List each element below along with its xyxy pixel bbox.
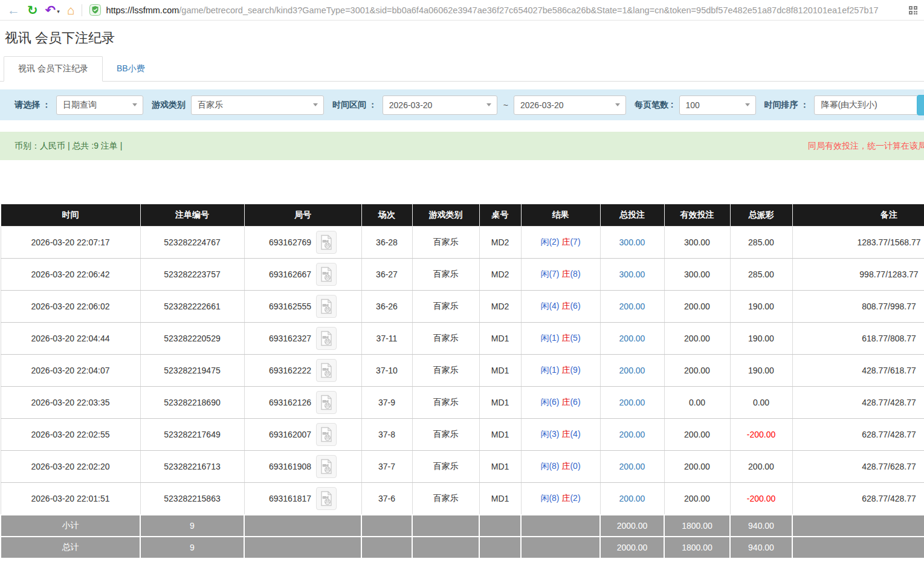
game-type-cell: 百家乐 (412, 259, 479, 291)
total-bet-link[interactable]: 200.00 (619, 430, 645, 439)
video-replay-button[interactable] (316, 455, 337, 478)
tab-bet-records[interactable]: 视讯 会员下注纪录 (4, 56, 103, 82)
game-type-cell: 百家乐 (412, 483, 479, 515)
date-from-select[interactable]: 2026-03-20 (383, 95, 497, 115)
column-header: 备注 (792, 204, 924, 227)
undo-icon: ↶ (45, 4, 56, 16)
search-button[interactable]: 查询 (917, 95, 924, 115)
address-bar[interactable]: https://lssfmm.com/game/betrecord_search… (89, 4, 918, 16)
total-bet-link[interactable]: 200.00 (619, 366, 645, 375)
summary-bar: 币别：人民币 | 总共 :9 注单 | 同局有效投注，统一计算在该局 (0, 132, 924, 160)
game-type-cell: 百家乐 (412, 419, 479, 451)
video-replay-button[interactable] (316, 359, 337, 382)
result-banker-num: (4) (570, 429, 580, 439)
chevron-down-icon (486, 103, 491, 106)
per-page-label: 每页笔数 : (635, 100, 674, 111)
table-no-cell: MD2 (479, 259, 521, 291)
time-cell: 2026-03-20 22:01:51 (1, 483, 140, 515)
toolbar-divider (82, 4, 82, 16)
bet-row: 2026-03-20 22:03:35523282218690693162126… (1, 387, 924, 419)
time-cell: 2026-03-20 22:04:44 (1, 323, 140, 355)
payout-cell: -200.00 (730, 419, 792, 451)
valid-bet-cell: 200.00 (664, 355, 730, 387)
remark-cell: 628.77/428.77 (792, 419, 924, 451)
date-to-select[interactable]: 2026-03-20 (514, 95, 626, 115)
bet-no-cell: 523282216713 (140, 451, 244, 483)
qr-code-icon[interactable] (908, 5, 918, 15)
round-no-wrap: 693162126 (245, 391, 361, 414)
session-cell: 37-9 (361, 387, 412, 419)
valid-bet-cell: 200.00 (664, 419, 730, 451)
remark-cell: 428.77/628.77 (792, 451, 924, 483)
url-domain: https://lssfmm.com (106, 5, 179, 15)
total-bet-link[interactable]: 200.00 (619, 398, 645, 407)
table-no-cell: MD1 (479, 419, 521, 451)
home-icon[interactable]: ⌂ (67, 4, 75, 16)
sort-order-select[interactable]: 降幂(由大到小) (814, 95, 924, 115)
total-bet-cell: 200.00 (600, 451, 664, 483)
video-replay-button[interactable] (316, 327, 337, 350)
video-replay-icon (320, 395, 332, 410)
footer-empty-cell (244, 515, 361, 537)
chevron-down-icon (745, 103, 750, 106)
result-banker-label: 庄 (561, 397, 570, 407)
result-banker-num: (6) (570, 301, 580, 311)
bet-table-footer: 小计92000.001800.00940.00总计92000.001800.00… (1, 515, 924, 558)
video-replay-icon (320, 427, 332, 442)
video-replay-button[interactable] (316, 231, 337, 254)
undo-button[interactable]: ↶ ▾ (45, 4, 60, 16)
video-replay-button[interactable] (316, 391, 337, 414)
session-cell: 37-8 (361, 419, 412, 451)
tab-bb-tips[interactable]: BB小费 (103, 57, 159, 81)
total-bet-link[interactable]: 300.00 (619, 270, 645, 279)
result-cell: 闲(8) 庄(0) (521, 451, 600, 483)
total-bet-link[interactable]: 200.00 (619, 462, 645, 471)
bet-row: 2026-03-20 22:02:55523282217649693162007… (1, 419, 924, 451)
footer-empty-cell (361, 537, 412, 558)
video-replay-button[interactable] (316, 487, 337, 510)
footer-total-bet-cell: 2000.00 (600, 515, 664, 537)
result-banker-label: 庄 (561, 429, 570, 439)
round-no: 693161817 (269, 494, 311, 503)
video-replay-icon (320, 459, 332, 474)
video-replay-icon (320, 299, 332, 314)
video-replay-button[interactable] (316, 263, 337, 286)
total-bet-cell: 300.00 (600, 259, 664, 291)
bet-no-cell: 523282223757 (140, 259, 244, 291)
bet-no-cell: 523282218690 (140, 387, 244, 419)
valid-bet-note: 同局有效投注，统一计算在该局 (808, 132, 924, 160)
remark-cell: 618.77/808.77 (792, 323, 924, 355)
url-field[interactable]: https://lssfmm.com/game/betrecord_search… (106, 5, 903, 15)
total-bet-link[interactable]: 300.00 (619, 237, 645, 247)
query-type-select[interactable]: 日期查询 (56, 95, 143, 115)
per-page-select[interactable]: 100 (679, 95, 756, 115)
total-bet-cell: 200.00 (600, 323, 664, 355)
bet-no-cell: 523282217649 (140, 419, 244, 451)
undo-dropdown-caret-icon[interactable]: ▾ (57, 8, 60, 16)
total-bet-link[interactable]: 200.00 (619, 494, 645, 503)
video-replay-button[interactable] (316, 295, 337, 318)
round-no-cell: 693162769 (244, 227, 361, 259)
time-range-label: 时间区间 ： (332, 100, 377, 111)
bet-row: 2026-03-20 22:07:17523282224767693162769… (1, 227, 924, 259)
total-bet-link[interactable]: 200.00 (619, 334, 645, 343)
result-banker-label: 庄 (561, 493, 570, 503)
game-type-select[interactable]: 百家乐 (191, 95, 324, 115)
session-cell: 36-26 (361, 291, 412, 323)
back-icon[interactable]: ← (7, 4, 20, 16)
video-replay-icon (320, 363, 332, 378)
result-player: 闲(1) (540, 333, 559, 343)
time-cell: 2026-03-20 22:02:20 (1, 451, 140, 483)
footer-payout-cell: 940.00 (730, 537, 792, 558)
total-bet-link[interactable]: 200.00 (619, 302, 645, 311)
video-replay-button[interactable] (316, 423, 337, 446)
table-no-cell: MD2 (479, 291, 521, 323)
round-no-wrap: 693162222 (245, 359, 361, 382)
security-shield-icon[interactable] (89, 4, 101, 16)
result-cell: 闲(4) 庄(6) (521, 291, 600, 323)
per-page-value: 100 (686, 100, 700, 110)
result-player: 闲(1) (540, 365, 559, 375)
result-player: 闲(4) (540, 301, 559, 311)
refresh-icon[interactable]: ↻ (27, 4, 38, 16)
valid-bet-cell: 200.00 (664, 451, 730, 483)
